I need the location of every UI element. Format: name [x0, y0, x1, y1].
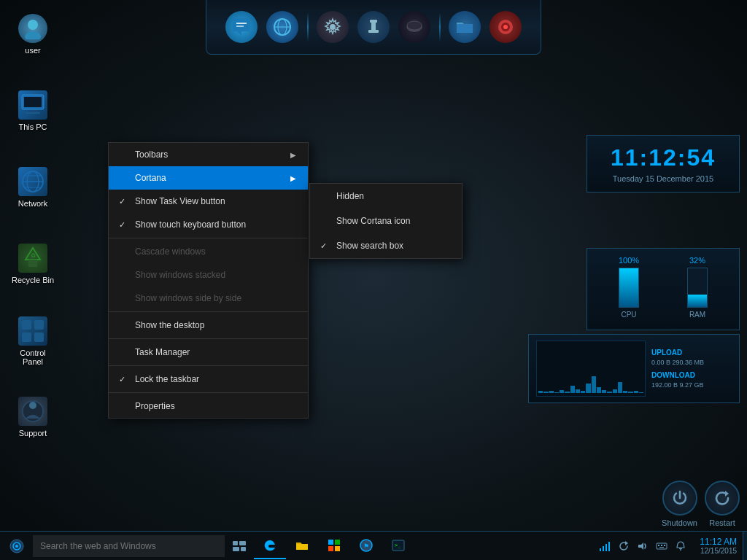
svg-rect-13 — [28, 260, 37, 267]
svg-rect-23 — [236, 26, 244, 27]
ctx-properties[interactable]: Properties — [109, 394, 308, 418]
tray-network-icon[interactable] — [597, 539, 612, 553]
dock-item-red[interactable] — [486, 7, 526, 47]
dock-item-gear[interactable] — [313, 7, 353, 47]
ctx-task-view[interactable]: Show Task View button — [109, 190, 308, 213]
desktop-icon-recycle[interactable]: ♻ Recycle Bin — [7, 241, 58, 287]
ctx-stacked-label: Show windows stacked — [135, 270, 225, 280]
notification-tray-icon — [675, 540, 686, 552]
svg-rect-45 — [296, 544, 308, 550]
show-desktop-strip[interactable] — [743, 532, 747, 561]
recycle-icon: ♻ — [18, 244, 47, 273]
thispc-icon-label: This PC — [18, 122, 47, 131]
restart-icon — [705, 481, 740, 516]
svg-text:>_: >_ — [395, 542, 401, 548]
ctx-side-by-side-label: Show windows side by side — [135, 293, 241, 303]
taskbar-store-btn[interactable] — [318, 533, 350, 559]
upload-value: 0.00 B 290.36 MB — [651, 359, 732, 366]
svg-rect-63 — [664, 545, 665, 546]
desktop-icon-thispc[interactable]: This PC — [7, 88, 58, 134]
dock-separator-1 — [307, 12, 309, 42]
net-bar — [613, 389, 617, 393]
ram-monitor: 32% RAM — [687, 256, 708, 319]
tray-notification-icon[interactable] — [673, 539, 688, 553]
taskbar-time: 11:12 AM — [700, 537, 737, 547]
store-icon — [327, 538, 341, 553]
taskbar-edge-btn[interactable] — [254, 533, 286, 559]
ctx-toolbars[interactable]: Toolbars ▶ — [109, 143, 308, 166]
submenu-show-cortana-icon[interactable]: Show Cortana icon — [310, 209, 462, 233]
ram-label: RAM — [689, 311, 705, 319]
start-button[interactable] — [0, 532, 33, 561]
keyboard-tray-icon — [656, 540, 667, 552]
net-bar — [597, 387, 601, 393]
taskbar-explorer-btn[interactable] — [286, 533, 318, 559]
ctx-sep-2 — [109, 311, 308, 312]
taskbar-search[interactable] — [33, 535, 225, 557]
support-icon — [18, 397, 47, 426]
submenu-show-search-box-label: Show search box — [336, 241, 403, 251]
svg-rect-47 — [335, 540, 340, 545]
ctx-cortana[interactable]: Cortana ▶ — [109, 166, 308, 190]
ctx-task-manager[interactable]: Task Manager — [109, 341, 308, 364]
task-view-button[interactable] — [225, 532, 254, 561]
context-menu: Toolbars ▶ Cortana ▶ Show Task View butt… — [108, 142, 309, 419]
net-bar — [623, 391, 627, 393]
user-icon — [18, 14, 47, 43]
net-bar — [634, 391, 638, 393]
taskbar-terminal-btn[interactable]: >_ — [382, 533, 414, 559]
desktop-icon-controlpanel[interactable]: Control Panel — [7, 314, 58, 369]
dock-item-chess[interactable] — [354, 7, 394, 47]
desktop-icon-support[interactable]: Support — [7, 394, 58, 440]
net-bar — [592, 376, 596, 393]
submenu-show-search-box[interactable]: Show search box — [310, 233, 462, 258]
dock-item-chat[interactable] — [222, 7, 262, 47]
netmon-info: UPLOAD 0.00 B 290.36 MB DOWNLOAD 192.00 … — [651, 341, 732, 397]
top-dock — [206, 0, 541, 55]
tray-refresh-icon[interactable] — [616, 539, 631, 553]
taskbar-date: 12/15/2015 — [700, 547, 737, 555]
svg-rect-14 — [22, 320, 31, 330]
desktop-icon-network[interactable]: Network — [7, 164, 58, 211]
tray-keyboard-icon[interactable] — [654, 539, 669, 553]
restart-button[interactable]: Restart — [705, 481, 740, 527]
cpu-bar-outer — [619, 268, 639, 308]
edge-icon — [263, 538, 277, 553]
ctx-touch-keyboard-label: Show touch keyboard button — [135, 219, 246, 230]
dock-item-dark[interactable] — [395, 7, 435, 47]
ctx-show-desktop[interactable]: Show the desktop — [109, 314, 308, 337]
svg-rect-41 — [233, 541, 238, 545]
svg-marker-37 — [725, 491, 729, 497]
dock-item-folder[interactable] — [445, 7, 485, 47]
submenu-hidden[interactable]: Hidden — [310, 184, 462, 209]
svg-rect-29 — [371, 23, 376, 30]
shutdown-label: Shutdown — [662, 518, 697, 527]
cortana-submenu: Hidden Show Cortana icon Show search box — [309, 183, 462, 259]
network-icon-label: Network — [18, 199, 47, 208]
shutdown-button[interactable]: Shutdown — [662, 481, 697, 527]
upload-label: UPLOAD — [651, 349, 732, 357]
dock-item-globe[interactable] — [263, 7, 303, 47]
ctx-lock-taskbar[interactable]: Lock the taskbar — [109, 368, 308, 391]
explorer-icon — [295, 538, 309, 553]
tray-volume-icon[interactable] — [635, 539, 650, 553]
taskbar-custom-btn[interactable]: ⚑ — [350, 533, 382, 559]
taskbar-clock[interactable]: 11:12 AM 12/15/2015 — [694, 537, 743, 555]
ctx-cortana-label: Cortana — [135, 173, 166, 183]
svg-rect-49 — [335, 546, 340, 551]
net-bar — [586, 384, 590, 393]
svg-point-32 — [407, 21, 422, 30]
svg-rect-62 — [661, 545, 662, 546]
ctx-sep-5 — [109, 392, 308, 393]
ctx-touch-keyboard[interactable]: Show touch keyboard button — [109, 213, 308, 236]
ctx-task-view-label: Show Task View button — [135, 196, 225, 206]
desktop-icon-user[interactable]: user — [7, 11, 58, 58]
clock-date: Tuesday 15 December 2015 — [596, 174, 730, 183]
sysmon-row: 100% CPU 32% RAM — [595, 256, 732, 319]
svg-rect-56 — [605, 544, 607, 551]
net-bar — [549, 391, 554, 393]
svg-rect-61 — [658, 545, 659, 546]
net-bar — [607, 392, 611, 393]
support-icon-label: Support — [19, 429, 47, 438]
net-bar — [581, 391, 585, 393]
